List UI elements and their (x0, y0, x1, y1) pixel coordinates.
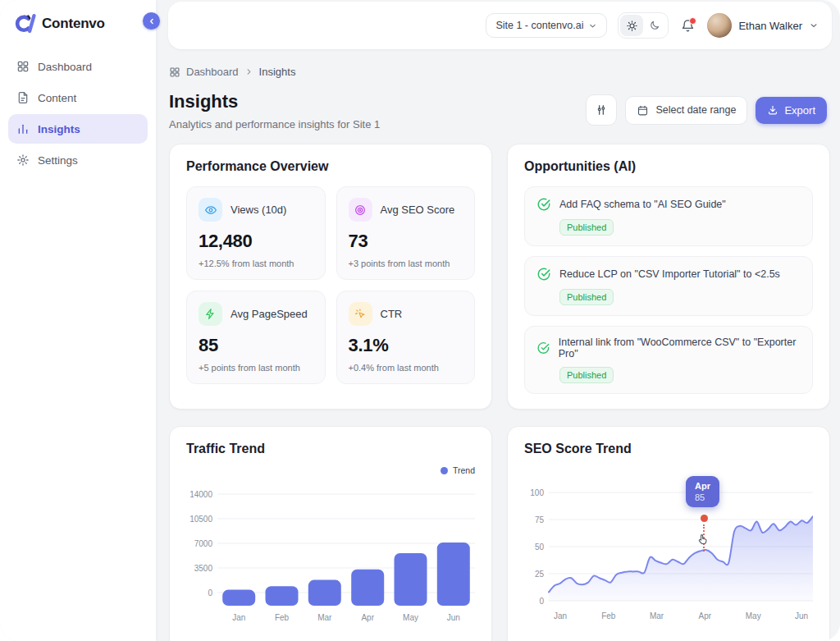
light-mode-button[interactable] (620, 15, 643, 36)
stat-label: CTR (381, 308, 403, 320)
check-circle-icon (536, 341, 550, 355)
page-title: Insights (169, 91, 380, 112)
sidebar-item-label: Settings (38, 154, 78, 167)
zap-icon (199, 302, 222, 326)
breadcrumb: Dashboard Insights (169, 66, 827, 78)
opportunity-item[interactable]: Add FAQ schema to "AI SEO Guide" Publish… (524, 186, 813, 246)
breadcrumb-dashboard[interactable]: Dashboard (186, 66, 239, 78)
svg-text:7000: 7000 (194, 539, 213, 548)
grid-icon (169, 66, 180, 78)
stat-value: 85 (199, 335, 313, 356)
opportunities-card: Opportunities (AI) Add FAQ schema to "AI… (507, 144, 830, 410)
gear-icon (16, 153, 30, 167)
sidebar-item-settings[interactable]: Settings (8, 145, 148, 175)
stat-value: 73 (349, 231, 463, 252)
legend-dot (441, 467, 448, 474)
svg-text:14000: 14000 (189, 490, 212, 499)
stat-note: +5 points from last month (199, 363, 313, 373)
stat-seo-score: Avg SEO Score 73 +3 points from last mon… (336, 186, 476, 280)
check-circle-icon (536, 267, 551, 282)
svg-text:100: 100 (530, 488, 544, 497)
date-range-label: Select date range (655, 104, 736, 116)
page-subtitle: Analytics and performance insights for S… (169, 118, 380, 130)
tooltip-marker-dot (701, 515, 708, 522)
stat-label: Avg PageSpeed (231, 308, 308, 320)
card-title: Traffic Trend (186, 442, 475, 456)
seo-score-trend-chart: 0255075100JanFebMarAprMayJun Apr 85 (524, 478, 813, 639)
status-badge: Published (559, 367, 614, 383)
notifications-button[interactable] (679, 17, 696, 34)
export-button[interactable]: Export (756, 97, 827, 124)
svg-text:0: 0 (539, 597, 544, 606)
stat-views: Views (10d) 12,480 +12.5% from last mont… (186, 186, 326, 280)
chevron-down-icon (809, 21, 819, 30)
dark-mode-button[interactable] (643, 15, 666, 36)
user-name: Ethan Walker (738, 20, 802, 32)
chart-legend: Trend (186, 465, 475, 476)
sliders-icon (595, 103, 608, 117)
site-selector[interactable]: Site 1 - contenvo.ai (486, 13, 607, 38)
date-range-button[interactable]: Select date range (625, 96, 747, 125)
cards-grid: Performance Overview Views (10d) 12,480 … (169, 144, 827, 641)
svg-text:Jan: Jan (232, 613, 245, 622)
stat-value: 12,480 (199, 231, 313, 252)
chevron-left-icon (148, 17, 156, 25)
tooltip-value: 85 (695, 492, 710, 502)
stat-value: 3.1% (349, 335, 463, 356)
traffic-trend-card: Traffic Trend Trend 0350070001050014000J… (169, 426, 492, 641)
card-title: Performance Overview (186, 159, 475, 174)
stat-label: Avg SEO Score (381, 204, 455, 216)
sidebar-item-dashboard[interactable]: Dashboard (8, 52, 148, 81)
chart-icon (16, 122, 30, 135)
opportunity-text: Internal link from "WooCommerce CSV" to … (559, 337, 801, 359)
sidebar-item-label: Insights (38, 123, 80, 135)
stat-note: +12.5% from last month (199, 259, 313, 268)
svg-text:Jun: Jun (795, 611, 808, 620)
svg-text:3500: 3500 (194, 564, 213, 573)
seo-score-trend-card: SEO Score Trend 0255075100JanFebMarAprMa… (507, 426, 830, 641)
svg-text:50: 50 (535, 543, 545, 552)
sidebar-nav: Dashboard Content Insights Settings (0, 52, 156, 175)
sun-icon (626, 20, 638, 32)
user-menu[interactable]: Ethan Walker (707, 13, 819, 38)
svg-text:Jan: Jan (554, 611, 567, 620)
stat-ctr: CTR 3.1% +0.4% from last month (336, 291, 476, 384)
opportunity-text: Add FAQ schema to "AI SEO Guide" (559, 199, 726, 210)
download-icon (767, 104, 778, 116)
target-icon (349, 198, 372, 222)
svg-text:0: 0 (208, 588, 212, 598)
contenvo-logo-icon (13, 13, 36, 34)
svg-text:Feb: Feb (275, 613, 290, 622)
top-bar: Site 1 - contenvo.ai Ethan Walker (168, 2, 832, 49)
cursor-icon (696, 533, 709, 549)
svg-text:May: May (403, 613, 418, 622)
sidebar-collapse-button[interactable] (143, 12, 160, 30)
chevron-down-icon (588, 21, 597, 30)
svg-text:Apr: Apr (699, 611, 712, 620)
stat-pagespeed: Avg PageSpeed 85 +5 points from last mon… (186, 291, 326, 384)
svg-text:Mar: Mar (650, 611, 664, 620)
opportunity-text: Reduce LCP on "CSV Importer Tutorial" to… (559, 268, 780, 280)
status-badge: Published (559, 219, 614, 236)
stat-note: +3 points from last month (349, 259, 463, 268)
grid-icon (16, 60, 30, 73)
tooltip-label: Apr (695, 481, 710, 491)
opportunity-item[interactable]: Reduce LCP on "CSV Importer Tutorial" to… (524, 256, 813, 316)
filter-button[interactable] (586, 94, 617, 126)
avatar (707, 13, 732, 38)
brand-logo: Contenvo (0, 0, 156, 52)
sidebar-item-content[interactable]: Content (8, 83, 148, 112)
sidebar: Contenvo Dashboard Content Insights (0, 0, 156, 641)
card-title: Opportunities (AI) (524, 159, 813, 174)
opportunity-item[interactable]: Internal link from "WooCommerce CSV" to … (524, 326, 813, 394)
svg-text:May: May (746, 611, 761, 620)
traffic-trend-chart: 0350070001050014000JanFebMarAprMayJun (186, 481, 475, 630)
sidebar-item-label: Dashboard (38, 61, 92, 73)
svg-text:Feb: Feb (601, 611, 616, 620)
status-badge: Published (559, 289, 614, 305)
svg-text:Apr: Apr (361, 613, 374, 622)
chart-tooltip: Apr 85 (686, 476, 719, 507)
page-header: Insights Analytics and performance insig… (169, 91, 827, 130)
check-circle-icon (536, 197, 551, 212)
sidebar-item-insights[interactable]: Insights (8, 114, 148, 144)
